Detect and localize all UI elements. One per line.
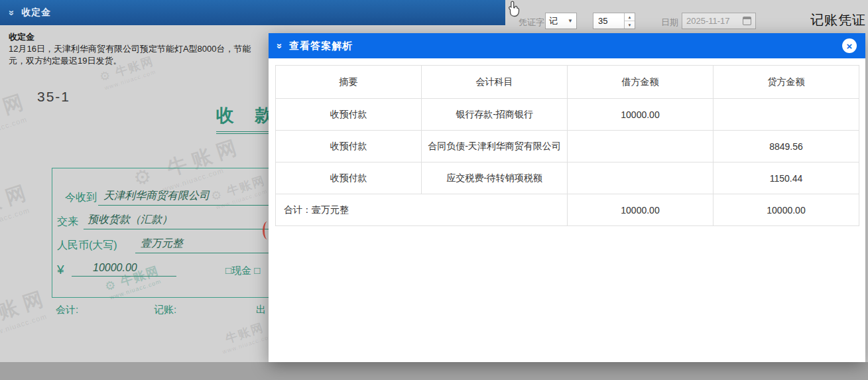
currency-symbol: ¥ [57, 263, 64, 277]
watermark-url: www.niuacc.com [0, 204, 37, 235]
watermark-brand: 牛账网 [217, 317, 273, 349]
cell-summary: 收预付款 [276, 99, 422, 131]
col-header-credit: 贷方金额 [713, 66, 859, 99]
table-row: 收预付款 应交税费-待转销项税额 1150.44 [276, 162, 859, 194]
received-from-field: 天津利华商贸有限公司 [98, 189, 279, 206]
cell-account: 合同负债-天津利华商贸有限公司 [422, 131, 568, 162]
paid-for-label: 交来 [57, 215, 78, 229]
amount-words-field: 壹万元整 [135, 237, 279, 253]
spinner-up-button[interactable]: ▲ [625, 13, 635, 21]
col-header-debit: 借方金额 [568, 66, 713, 99]
answer-analysis-modal: » 查看答案解析 × 摘要 会计科目 借方金额 贷方金额 收预付款 银行存款-招… [269, 33, 865, 362]
bottom-strip [0, 362, 868, 380]
accountant-label: 会计: [56, 304, 78, 316]
cell-account: 银行存款-招商银行 [422, 99, 568, 131]
spinner-down-button[interactable]: ▼ [625, 21, 635, 29]
cash-checkbox-label: □现金 □ [225, 265, 260, 277]
col-header-account: 会计科目 [422, 66, 568, 99]
total-credit: 10000.00 [713, 194, 859, 226]
modal-close-button[interactable]: × [842, 38, 857, 53]
collapse-icon: » [275, 43, 286, 48]
cell-debit [568, 162, 713, 194]
watermark-url: www.niuacc.com [0, 113, 34, 145]
amount-field: 10000.00 [72, 262, 176, 277]
watermark-brand: 牛账网 [0, 87, 32, 137]
table-header-row: 摘要 会计科目 借方金额 贷方金额 [276, 66, 859, 99]
watermark: 牛账网 www.niuacc.com [0, 87, 34, 145]
exercise-heading: 收定金 [9, 31, 34, 43]
voucher-title: 记账凭证 [810, 11, 866, 29]
watermark-brand: 牛账网 [0, 284, 52, 334]
table-total-row: 合计：壹万元整 10000.00 10000.00 [276, 194, 859, 226]
screen: ⚙ 牛账网 www.niuacc.com ⚙ 牛账网 www.niuacc.co… [0, 0, 868, 380]
watermark: 牛账网 www.niuacc.com [217, 317, 275, 355]
chevron-down-icon: ▼ [568, 18, 573, 24]
paid-for-field: 预收货款（汇款） [84, 213, 279, 229]
total-debit: 10000.00 [568, 194, 713, 226]
watermark: 牛账网 www.niuacc.com [0, 284, 54, 342]
col-header-summary: 摘要 [276, 66, 422, 99]
voucher-number-value: 35 [593, 13, 624, 29]
cell-summary: 收预付款 [276, 131, 422, 162]
amount-words-label: 人民币(大写) [57, 239, 117, 253]
exercise-line-2: 元，双方约定最迟19日发货。 [9, 55, 121, 67]
top-bar: » 收定金 [0, 0, 505, 25]
cell-account: 应交税费-待转销项税额 [422, 162, 568, 194]
gear-icon: ⚙ [97, 68, 113, 84]
cell-credit: 8849.56 [713, 131, 859, 162]
total-label: 合计：壹万元整 [276, 194, 568, 226]
collapse-icon: » [7, 10, 18, 15]
watermark-url: www.niuacc.com [102, 68, 158, 92]
modal-title: 查看答案解析 [289, 40, 353, 52]
voucher-word-value: 记 [549, 15, 558, 27]
cell-credit [713, 99, 859, 131]
watermark: 牛账网 www.niuacc.com [0, 178, 37, 235]
date-input[interactable]: 2025-11-17 [682, 13, 756, 29]
voucher-word-select[interactable]: 记 ▼ [545, 13, 577, 29]
received-from-label: 今收到 [65, 191, 97, 205]
close-icon: × [847, 41, 853, 51]
cell-debit: 10000.00 [568, 99, 713, 131]
bookkeeper-label: 记账: [154, 304, 176, 316]
date-label: 日期 [661, 17, 678, 29]
modal-header: » 查看答案解析 × [269, 33, 865, 58]
cell-summary: 收预付款 [276, 162, 422, 194]
date-value: 2025-11-17 [686, 16, 730, 26]
exercise-line-1: 12月16日，天津利华商贸有限公司预定节能灯A型8000台，节能 [9, 43, 251, 55]
watermark-url: www.niuacc.com [0, 310, 54, 342]
receipt-number: 35-1 [37, 89, 70, 105]
answers-table: 摘要 会计科目 借方金额 贷方金额 收预付款 银行存款-招商银行 10000.0… [275, 65, 859, 226]
page-title: 收定金 [21, 7, 51, 19]
table-row: 收预付款 银行存款-招商银行 10000.00 [276, 99, 859, 131]
watermark-url: www.niuacc.com [221, 332, 275, 355]
voucher-word-label: 凭证字 [519, 17, 544, 29]
table-row: 收预付款 合同负债-天津利华商贸有限公司 8849.56 [276, 131, 859, 162]
cell-debit [568, 131, 713, 162]
voucher-number-input[interactable]: 35 ▲ ▼ [593, 13, 635, 29]
cell-credit: 1150.44 [713, 162, 859, 194]
calendar-icon [743, 17, 751, 25]
cashier-label: 出 [256, 304, 266, 316]
watermark-brand: 牛账网 [0, 178, 35, 227]
